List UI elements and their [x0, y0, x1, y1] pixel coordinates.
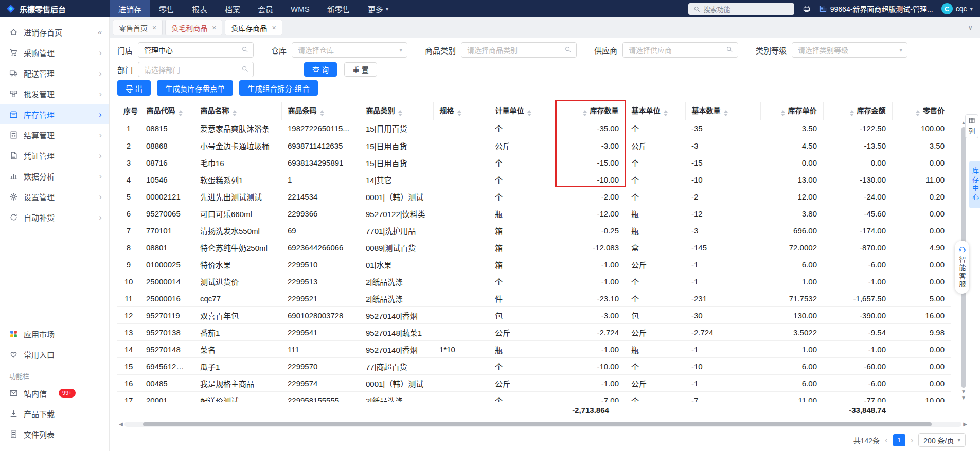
reset-button[interactable]: 重 置 — [344, 62, 377, 77]
close-icon[interactable]: × — [272, 24, 276, 32]
filter-input-5[interactable]: 请选择部门 — [138, 62, 254, 77]
query-button[interactable]: 查 询 — [304, 62, 337, 77]
sidebar-item-boxes[interactable]: 批发管理› — [0, 83, 109, 104]
printer-icon[interactable] — [803, 5, 811, 13]
sidebar-item-gear[interactable]: 设置管理› — [0, 186, 109, 207]
scroll-down-icon[interactable]: ▼ — [961, 389, 966, 395]
sort-icon[interactable] — [320, 110, 324, 116]
action-button-1[interactable]: 生成负库存盘点单 — [157, 80, 233, 96]
nav-item-6[interactable]: 新零售 — [318, 0, 359, 17]
sidebar-item-truck[interactable]: 配送管理› — [0, 63, 109, 83]
column-header-1[interactable]: 商品代码 — [140, 102, 194, 120]
close-icon[interactable]: × — [152, 24, 156, 32]
sort-icon[interactable] — [781, 110, 785, 116]
filter-input-0[interactable]: 管理中心 — [138, 42, 254, 58]
column-header-10[interactable]: 库存单价 — [760, 102, 823, 120]
nav-item-1[interactable]: 零售 — [150, 0, 183, 17]
table-row[interactable]: 7770101清扬洗发水550ml697701|洗护用品箱-0.25瓶-3696… — [117, 222, 951, 239]
sidebar-item-refresh[interactable]: 自动补货› — [0, 207, 109, 227]
tab-2[interactable]: 负库存商品× — [225, 20, 282, 35]
action-button-0[interactable]: 导 出 — [117, 80, 151, 96]
table-row[interactable]: 1495270148菜名11195270140|香烟1*10瓶-1.00瓶-11… — [117, 341, 951, 358]
action-button-2[interactable]: 生成组合拆分-组合 — [239, 80, 318, 96]
sort-icon[interactable] — [457, 110, 461, 116]
nav-item-4[interactable]: 会员 — [249, 0, 282, 17]
column-header-6[interactable]: 计量单位 — [489, 102, 556, 120]
table-row[interactable]: 1600485我是规格主商品22995740001|（韩）测试公斤-1.00公斤… — [117, 375, 951, 392]
sort-icon[interactable] — [724, 110, 728, 116]
current-page-button[interactable]: 1 — [893, 434, 905, 446]
table-row[interactable]: 808801特仑苏纯牛奶250ml69236442660660089|测试百货箱… — [117, 239, 951, 256]
column-header-2[interactable]: 商品名称 — [194, 102, 281, 120]
user-menu[interactable]: C cqc ▾ — [941, 3, 973, 14]
page-size-select[interactable]: 200 条/页 ▾ — [918, 433, 966, 447]
table-row[interactable]: 1720001配送价测试2299581555552|纸品洗涤个-7.00个-71… — [117, 392, 951, 402]
column-header-9[interactable]: 基本数量 — [685, 102, 760, 120]
horizontal-scrollbar[interactable]: ◀ ▶ — [117, 421, 969, 427]
nav-item-7[interactable]: 更多▾ — [359, 0, 398, 17]
filter-input-2[interactable]: 请选择商品类别 — [461, 42, 577, 58]
sidebar-item-download[interactable]: 产品下载 — [0, 403, 109, 424]
table-row[interactable]: 695270065可口可乐660ml229936695270122|饮料类瓶-1… — [117, 205, 951, 222]
table-row[interactable]: 208868小号金边卡通垃圾桶693871141263515|日用百货公斤-3.… — [117, 137, 951, 154]
table-row[interactable]: 410546软蛋糕系列1114|其它个-10.00个-1013.00-130.0… — [117, 171, 951, 188]
sidebar-item-calc[interactable]: 结算管理› — [0, 124, 109, 145]
nav-item-2[interactable]: 报表 — [183, 0, 216, 17]
nav-item-5[interactable]: WMS — [282, 0, 318, 17]
scroll-right-icon[interactable]: ▶ — [961, 421, 969, 427]
horizontal-scroll-track[interactable] — [124, 422, 961, 427]
column-header-12[interactable]: 零售价 — [892, 102, 951, 120]
table-row[interactable]: 308716毛巾16693813429589115|日用百货个-15.00个-1… — [117, 154, 951, 171]
sidebar-item-heart[interactable]: 常用入口 — [0, 344, 109, 365]
chevron-down-icon[interactable]: ∨ — [968, 24, 977, 31]
column-header-5[interactable]: 规格 — [433, 102, 489, 120]
sidebar-item-chart[interactable]: 数据分析› — [0, 166, 109, 186]
sort-icon[interactable] — [233, 110, 237, 116]
filter-input-1[interactable]: 请选择仓库▾ — [292, 42, 407, 58]
tab-1[interactable]: 负毛利商品× — [165, 20, 222, 35]
sort-icon[interactable] — [179, 110, 183, 116]
sort-icon[interactable] — [398, 110, 402, 116]
sort-icon[interactable] — [850, 110, 854, 116]
column-header-3[interactable]: 商品条码 — [281, 102, 360, 120]
column-header-8[interactable]: 基本单位 — [625, 102, 685, 120]
scroll-left-icon[interactable]: ◀ — [117, 421, 124, 427]
column-header-4[interactable]: 商品类别 — [360, 102, 433, 120]
sidebar-item-cart[interactable]: 采购管理› — [0, 42, 109, 63]
table-row[interactable]: 1569456123456瓜子1229957077|商超百货个-10.00个-1… — [117, 358, 951, 375]
org-switcher[interactable]: 99664-新界面商超版测试-管理... — [819, 4, 933, 14]
nav-item-0[interactable]: 进销存 — [110, 0, 150, 17]
sidebar-item-mail[interactable]: 站内信99+ — [0, 383, 109, 403]
sidebar-home[interactable]: 进销存首页« — [0, 22, 109, 42]
table-row[interactable]: 108815爱意家品爽肤沐浴条1982722650115...15|日用百货个-… — [117, 120, 951, 137]
sort-icon[interactable] — [527, 110, 531, 116]
customer-service-button[interactable]: 智能客服 — [955, 241, 969, 294]
global-search-input[interactable]: 搜索功能 — [688, 3, 794, 15]
sidebar-item-doc[interactable]: 凭证管理› — [0, 145, 109, 166]
filter-input-4[interactable]: 请选择类别等级▾ — [792, 42, 907, 58]
sidebar-item-market[interactable]: 应用市场 — [0, 323, 109, 344]
table-row[interactable]: 1295270119双喜百年包690102800372895270140|香烟包… — [117, 307, 951, 324]
column-header-11[interactable]: 库存金额 — [823, 102, 892, 120]
prev-page-button[interactable]: ‹ — [885, 435, 888, 445]
table-row[interactable]: 1125000016cqc7722995212|纸品洗涤件-23.10个-231… — [117, 290, 951, 307]
sidebar-item-archive[interactable]: 库存管理› — [0, 104, 109, 124]
sort-icon[interactable] — [916, 110, 920, 116]
horizontal-scroll-thumb[interactable] — [143, 422, 932, 426]
collapse-sidebar-icon[interactable]: « — [98, 28, 102, 37]
table-row[interactable]: 1395270138番茄1229954195270148|蔬菜1公斤-2.724… — [117, 324, 951, 341]
table-row[interactable]: 500002121先进先出测试测试22145340001|（韩）测试个-2.00… — [117, 188, 951, 205]
brand[interactable]: 乐檬零售后台 — [0, 4, 110, 14]
column-header-7[interactable]: 库存数量 — [556, 102, 625, 120]
sort-icon[interactable] — [664, 110, 668, 116]
tab-0[interactable]: 零售首页× — [113, 20, 163, 35]
column-header-0[interactable]: 序号 — [117, 102, 140, 120]
sidebar-item-files[interactable]: 文件列表 — [0, 424, 109, 444]
column-settings-button[interactable]: 列 — [965, 114, 978, 138]
next-page-button[interactable]: › — [911, 435, 914, 445]
nav-item-3[interactable]: 档案 — [216, 0, 249, 17]
table-row[interactable]: 1025000014测试进货价22995132|纸品洗涤个-1.00个-11.0… — [117, 273, 951, 290]
scroll-down-icon[interactable]: ▼ — [961, 395, 966, 401]
side-panel-tab[interactable]: 库存中心 — [969, 161, 980, 208]
filter-input-3[interactable]: 请选择供应商 — [622, 42, 738, 58]
